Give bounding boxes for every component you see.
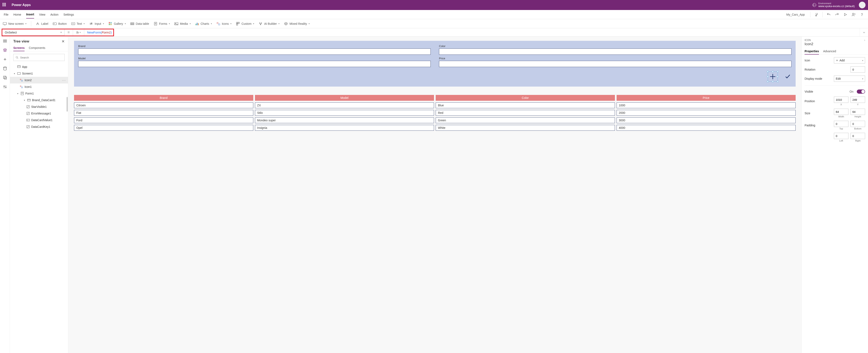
form-card: Brand Color Model Price (74, 41, 796, 87)
menu-settings[interactable]: Settings (63, 11, 74, 18)
table-cell[interactable]: 1000 (617, 102, 796, 108)
input-model[interactable] (78, 61, 431, 67)
tree-node-dck[interactable]: DataCardKey1 (10, 123, 68, 130)
input-price[interactable] (439, 61, 792, 67)
app-checker-icon[interactable] (814, 12, 819, 17)
svg-point-41 (261, 23, 262, 23)
media-dropdown[interactable]: Media▾ (175, 22, 190, 26)
app-launcher-icon[interactable] (2, 3, 7, 7)
table-cell[interactable]: Opel (74, 125, 253, 131)
table-cell[interactable]: Fiat (74, 110, 253, 116)
label-button[interactable]: Label (36, 22, 48, 26)
formula-input[interactable]: NewForm(Form1) (84, 28, 860, 36)
tab-screens[interactable]: Screens (13, 45, 25, 51)
chevron-right-icon[interactable]: › (864, 39, 865, 41)
prop-icon-select[interactable]: Add▾ (834, 57, 865, 63)
data-pane-icon[interactable] (3, 66, 7, 71)
table-cell[interactable]: Ford (74, 117, 253, 123)
table-cell[interactable]: White (436, 125, 615, 131)
tree-node-dcv[interactable]: abDataCardValue1 (10, 117, 68, 123)
charts-dropdown[interactable]: Charts▾ (195, 22, 212, 26)
tree-node-form1[interactable]: ▾Form1 (10, 90, 68, 97)
gallery-dropdown[interactable]: Gallery▾ (108, 22, 126, 26)
fx-button[interactable]: fx▾ (73, 28, 84, 36)
play-icon[interactable] (843, 12, 848, 17)
environment-picker[interactable]: Environment www.vyuka-excelu.cz (default… (812, 2, 855, 8)
prop-icon-label: Icon (805, 59, 832, 62)
tree-node-screen1[interactable]: ▾Screen1 (10, 70, 68, 77)
prop-height-input[interactable] (850, 109, 865, 115)
table-cell[interactable]: Stilo (255, 110, 434, 116)
prop-pad-right[interactable] (850, 133, 865, 139)
tab-advanced[interactable]: Advanced (823, 48, 836, 55)
menu-action[interactable]: Action (50, 11, 58, 18)
tree-node-errormsg[interactable]: ErrorMessage1 (10, 110, 68, 117)
prop-visible-toggle[interactable] (857, 89, 865, 94)
table-cell[interactable]: Insignia (255, 125, 434, 131)
table-cell[interactable]: 4000 (617, 125, 796, 131)
prop-visible-label: Visible (805, 90, 847, 93)
menu-file[interactable]: File (4, 11, 8, 18)
ai-builder-dropdown[interactable]: AI Builder▾ (259, 22, 279, 26)
table-cell[interactable]: 2000 (617, 110, 796, 116)
prop-pad-bottom[interactable] (850, 121, 865, 127)
tree-node-icon2[interactable]: Icon2··· (10, 77, 68, 84)
new-screen-button[interactable]: New screen▾ (3, 22, 26, 26)
icons-dropdown[interactable]: Icons▾ (216, 22, 231, 26)
media-pane-icon[interactable] (3, 75, 7, 80)
help-icon[interactable] (860, 12, 864, 17)
input-color[interactable] (439, 49, 792, 55)
canvas[interactable]: Brand Color Model Price Brand Model Colo… (68, 37, 802, 353)
svg-rect-67 (27, 99, 30, 101)
undo-icon[interactable] (827, 12, 831, 17)
tab-properties[interactable]: Properties (805, 48, 819, 55)
prop-pad-top[interactable] (834, 121, 848, 127)
prop-rotation-input[interactable] (850, 66, 865, 72)
input-dropdown[interactable]: Input▾ (89, 22, 104, 26)
text-dropdown[interactable]: AbcText▾ (71, 22, 85, 26)
menu-home[interactable]: Home (13, 11, 21, 18)
formula-expand-icon[interactable] (860, 28, 868, 36)
menu-view[interactable]: View (39, 11, 45, 18)
menu-insert[interactable]: Insert (26, 10, 34, 19)
mixed-reality-dropdown[interactable]: Mixed Reality▾ (284, 22, 310, 26)
redo-icon[interactable] (835, 12, 839, 17)
tree-search[interactable] (13, 54, 65, 61)
prop-display-select[interactable]: Edit▾ (834, 76, 865, 82)
input-brand[interactable] (78, 49, 431, 55)
tree-node-brand-datacard[interactable]: ▾Brand_DataCard1 (10, 97, 68, 104)
tab-components[interactable]: Components (29, 45, 45, 51)
data-table-button[interactable]: Data table (130, 22, 149, 26)
button-button[interactable]: Button (53, 22, 66, 26)
tree-node-app[interactable]: App (10, 63, 68, 70)
user-avatar[interactable] (859, 2, 866, 8)
insert-pane-icon[interactable] (3, 57, 7, 62)
property-selector[interactable]: OnSelect ▾ (2, 29, 64, 36)
prop-pad-left[interactable] (834, 133, 848, 139)
tree-view-icon[interactable] (3, 48, 7, 53)
hamburger-icon[interactable] (3, 39, 7, 43)
add-icon-selected[interactable] (768, 71, 778, 82)
advanced-tools-icon[interactable] (3, 85, 7, 89)
tree-node-icon1[interactable]: Icon1 (10, 84, 68, 90)
forms-dropdown[interactable]: Forms▾ (154, 22, 170, 26)
close-icon[interactable]: ✕ (62, 39, 65, 44)
table-cell[interactable]: ZX (255, 102, 434, 108)
search-input[interactable] (20, 56, 62, 59)
prop-x-input[interactable] (834, 96, 848, 103)
prop-y-input[interactable] (850, 96, 865, 103)
custom-dropdown[interactable]: Custom▾ (236, 22, 254, 26)
table-cell[interactable]: Mondeo super (255, 117, 434, 123)
table-cell[interactable]: Green (436, 117, 615, 123)
tree-node-starvisible[interactable]: StarVisible1 (10, 104, 68, 110)
app-name[interactable]: My_Cars_App (786, 13, 805, 16)
table-cell[interactable]: Red (436, 110, 615, 116)
more-icon[interactable]: ··· (62, 79, 66, 82)
prop-width-input[interactable] (834, 109, 848, 115)
table-cell[interactable]: 3000 (617, 117, 796, 123)
table-cell[interactable]: Citroen (74, 102, 253, 108)
check-icon[interactable] (784, 73, 792, 80)
share-icon[interactable] (851, 12, 856, 17)
scrollbar-thumb[interactable] (66, 97, 68, 112)
table-cell[interactable]: Blue (436, 102, 615, 108)
